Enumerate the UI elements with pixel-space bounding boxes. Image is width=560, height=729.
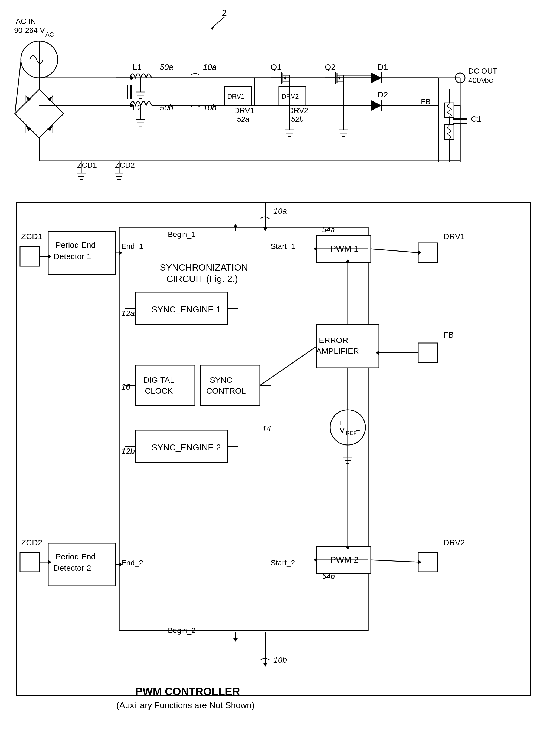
pwm-controller-sub: (Auxiliary Functions are Not Shown) xyxy=(116,700,254,710)
label-10a-bottom: 10a xyxy=(273,206,287,215)
vref-plus: + xyxy=(339,419,343,427)
label-10b-bottom: 10b xyxy=(273,655,287,664)
label-d1: D1 xyxy=(378,63,388,71)
end2-label: End_2 xyxy=(121,559,143,567)
error-amp-label-2: AMPLIFIER xyxy=(316,347,359,356)
drv2-box: DRV2 xyxy=(281,93,299,100)
drv2-bottom-label: DRV2 xyxy=(443,538,465,547)
label-54b: 54b xyxy=(322,572,335,580)
label-zcd1-top: ZCD1 xyxy=(77,161,97,169)
drv1-bottom-label: DRV1 xyxy=(443,232,465,241)
label-l1: L1 xyxy=(133,63,142,71)
ac-in-label: AC IN xyxy=(16,17,36,25)
ac-subscript: AC xyxy=(45,31,54,38)
digital-clock-label-1: DIGITAL xyxy=(143,375,174,384)
vref-label: V xyxy=(340,426,345,434)
pwm-controller-label: PWM CONTROLLER xyxy=(135,685,240,697)
svg-rect-109 xyxy=(317,325,379,368)
label-q2: Q2 xyxy=(325,63,336,71)
dc-voltage-label: 400V xyxy=(468,76,486,84)
dc-subscript: DC xyxy=(484,77,493,84)
label-q1: Q1 xyxy=(271,63,281,71)
zcd1-bottom-label: ZCD1 xyxy=(21,232,42,241)
svg-rect-84 xyxy=(445,124,454,139)
label-14: 14 xyxy=(262,424,271,433)
label-52b: 52b xyxy=(291,115,304,123)
label-drv2-top: DRV2 xyxy=(288,106,308,115)
vref-minus: − xyxy=(356,426,360,434)
sync-circuit-title-2: CIRCUIT (Fig. 2.) xyxy=(166,274,238,284)
digital-clock-label-2: CLOCK xyxy=(145,386,173,395)
label-50b: 50b xyxy=(160,103,173,112)
end1-label: End_1 xyxy=(121,242,143,251)
svg-rect-119 xyxy=(418,343,438,363)
sync-engine-1-label: SYNC_ENGINE 1 xyxy=(152,305,221,314)
start1-label: Start_1 xyxy=(271,242,295,251)
label-fb-top: FB xyxy=(421,97,431,106)
svg-rect-102 xyxy=(135,365,195,406)
label-10a-top: 10a xyxy=(203,63,217,71)
label-zcd2-top: ZCD2 xyxy=(115,161,135,169)
svg-rect-103 xyxy=(200,365,260,406)
label-drv1-top: DRV1 xyxy=(234,106,254,115)
period-end-2-label-1: Period End xyxy=(55,552,96,561)
label-12b: 12b xyxy=(121,446,135,455)
svg-rect-83 xyxy=(445,103,454,118)
period-end-2-label-2: Detector 2 xyxy=(54,563,91,572)
sync-circuit-title-1: SYNCHRONIZATION xyxy=(160,262,248,273)
label-52a: 52a xyxy=(237,115,250,123)
begin1-label: Begin_1 xyxy=(168,230,196,239)
fb-bottom-label: FB xyxy=(443,330,454,339)
main-container: 2 AC IN 90-264 V AC 50a L1 xyxy=(0,0,560,729)
label-50a: 50a xyxy=(160,63,173,71)
drv1-box: DRV1 xyxy=(227,93,245,100)
period-end-1-label-1: Period End xyxy=(55,241,96,250)
svg-rect-115 xyxy=(20,247,40,266)
svg-point-25 xyxy=(130,76,133,80)
label-10b-top: 10b xyxy=(203,103,217,112)
label-16: 16 xyxy=(121,382,130,391)
sync-control-label-1: SYNC xyxy=(210,375,232,384)
sync-engine-2-label: SYNC_ENGINE 2 xyxy=(152,442,221,452)
label-d2: D2 xyxy=(378,90,388,99)
start2-label: Start_2 xyxy=(271,559,295,567)
ref-num-2: 2 xyxy=(222,8,227,18)
svg-point-29 xyxy=(130,104,133,107)
label-c1: C1 xyxy=(471,114,481,123)
zcd2-bottom-label: ZCD2 xyxy=(21,538,42,547)
label-54a: 54a xyxy=(322,225,335,234)
error-amp-label-1: ERROR xyxy=(319,336,348,345)
sync-control-label-2: CONTROL xyxy=(206,386,246,395)
period-end-1-label-2: Detector 1 xyxy=(54,252,91,261)
dc-out-label: DC OUT xyxy=(468,67,497,75)
svg-rect-116 xyxy=(20,552,40,572)
ac-voltage-label: 90-264 V xyxy=(14,26,45,35)
label-12a: 12a xyxy=(121,309,135,318)
begin2-label: Begin_2 xyxy=(168,626,196,635)
